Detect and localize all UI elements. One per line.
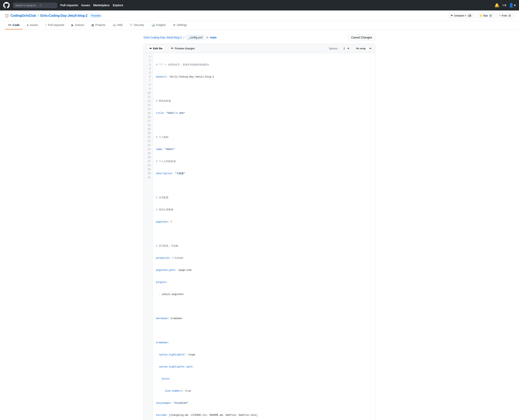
org-link[interactable]: CodingGirlsClub: [10, 14, 36, 17]
code-line-1: # "/" + 仓库的名字, 资源文件的路径组成部分: [156, 63, 372, 67]
issues-icon: ●: [27, 23, 28, 27]
code-line-18: paginate_path: /page:num/: [156, 268, 372, 272]
cancel-changes-button[interactable]: Cancel Changes: [348, 34, 375, 40]
code-line-13: # 每页文章数量: [156, 208, 372, 212]
edit-icon: ✏: [149, 47, 152, 50]
code-line-8: name: "Sddtc": [156, 147, 372, 151]
tab-insights[interactable]: 📊 Insights: [148, 21, 169, 30]
editor-container: ✏ Edit file 👁 Preview changes Spaces 2 4…: [144, 44, 375, 420]
settings-icon: ⚙: [173, 23, 176, 27]
github-logo[interactable]: [3, 2, 10, 8]
security-icon: 🛡: [130, 23, 133, 27]
star-button[interactable]: ⭐ Star 0: [476, 13, 495, 18]
tab-wiki-label: Wiki: [117, 23, 123, 27]
code-line-21: [156, 304, 372, 308]
tab-pull-requests[interactable]: ⑂ Pull requests: [42, 21, 67, 30]
spaces-label: Spaces: [329, 47, 338, 50]
code-content[interactable]: # "/" + 仓库的名字, 资源文件的路径组成部分 baseurl: /Gir…: [153, 53, 375, 420]
bell-icon[interactable]: 🔔: [494, 3, 499, 8]
search-box[interactable]: Search or jump to... /: [13, 3, 57, 8]
code-line-22: markdown: kramdown: [156, 316, 372, 321]
code-line-24: kramdown:: [156, 341, 372, 345]
actions-icon: ▶: [72, 23, 74, 27]
tab-projects[interactable]: ▦ Projects: [88, 21, 109, 30]
main-content: Girls-Coding-Day-Jekyll-blog-2 / _config…: [139, 30, 380, 420]
plus-icon[interactable]: +▾: [502, 3, 506, 8]
code-line-20: - jekyll-paginate: [156, 292, 372, 296]
user-avatar[interactable]: 👤▾: [509, 3, 516, 8]
in-label: in: [206, 36, 208, 39]
template-badge: Template: [89, 14, 103, 18]
tab-settings[interactable]: ⚙ Settings: [170, 21, 190, 30]
search-text: Search or jump to...: [15, 4, 38, 7]
code-line-15: [156, 232, 372, 236]
path-separator: /: [38, 14, 38, 17]
code-line-14: paginate: 9: [156, 220, 372, 224]
code-line-25: syntax_highlighter: rouge: [156, 353, 372, 357]
tab-security[interactable]: 🛡 Security: [127, 21, 147, 30]
preview-icon: 👁: [171, 47, 174, 50]
code-line-30: exclude: [changelog.md, LICENSE.txt, REA…: [156, 413, 372, 417]
top-nav-right: 🔔 +▾ 👤▾: [494, 3, 516, 8]
repo-link[interactable]: Girls-Coding-Day-Jekyll-blog-2: [40, 14, 88, 17]
code-line-28: line_numbers: true: [156, 389, 372, 393]
fork-count: 0: [508, 14, 512, 17]
repo-path-link[interactable]: Girls-Coding-Day-Jekyll-blog-2: [144, 36, 182, 39]
tab-security-label: Security: [134, 23, 144, 27]
tab-code-label: Code: [13, 23, 20, 27]
code-line-10: description: "子标题": [156, 172, 372, 176]
tab-projects-label: Projects: [95, 23, 105, 27]
code-editor: 1 2 3 4 5 6 7 8 9 10 11 12 13 14 15 16 1…: [144, 53, 375, 420]
nav-issues[interactable]: Issues: [81, 4, 90, 7]
tab-actions-label: Actions: [75, 23, 84, 27]
code-line-4: # 网页的标题: [156, 99, 372, 103]
tab-code[interactable]: <> Code: [5, 21, 23, 30]
edit-file-tab[interactable]: ✏ Edit file: [147, 45, 165, 51]
tab-actions[interactable]: ▶ Actions: [68, 21, 87, 30]
file-name: _config.yml: [186, 35, 205, 40]
branch-link[interactable]: main: [210, 36, 217, 39]
spaces-select[interactable]: 2 4 8: [341, 46, 350, 51]
fork-icon: ⑂: [499, 14, 501, 17]
nav-pull-requests[interactable]: Pull requests: [60, 4, 78, 7]
repo-header: 📋 CodingGirlsClub / Girls-Coding-Day-Jek…: [0, 10, 519, 21]
repo-actions: 👁 Unwatch ▾ 33 ⭐ Star 0 ⑂ Fork 0: [448, 13, 514, 18]
code-icon: <>: [8, 23, 11, 27]
edit-file-label: Edit file: [153, 47, 163, 50]
code-line-2: baseurl: /Girls-Coding-Day-Jekyll-blog-2: [156, 75, 372, 79]
file-path-bar: Girls-Coding-Day-Jekyll-blog-2 / _config…: [144, 34, 375, 40]
tab-issues-label: Issues: [30, 23, 38, 27]
pr-icon: ⑂: [45, 23, 47, 27]
star-label: Star: [483, 14, 488, 17]
code-line-12: # 分页配置: [156, 196, 372, 200]
code-line-19: plugins:: [156, 280, 372, 284]
unwatch-button[interactable]: 👁 Unwatch ▾ 33: [448, 13, 475, 18]
top-nav-links: Pull requests Issues Marketplace Explore: [60, 4, 123, 7]
wiki-icon: 📖: [113, 23, 116, 27]
code-line-27: block:: [156, 377, 372, 381]
top-navbar: Search or jump to... / Pull requests Iss…: [0, 0, 519, 10]
code-line-7: # 个人昵称: [156, 135, 372, 139]
star-count: 0: [489, 14, 493, 17]
projects-icon: ▦: [91, 23, 94, 27]
tab-wiki[interactable]: 📖 Wiki: [110, 21, 126, 30]
preview-changes-label: Preview changes: [175, 47, 195, 50]
code-line-9: # 个人介绍副标题: [156, 159, 372, 164]
code-line-16: # 其它配置，可忽略: [156, 244, 372, 248]
unwatch-label: Unwatch: [454, 14, 464, 17]
path-sep: /: [184, 36, 185, 39]
code-line-5: title: "Sddtc's web": [156, 111, 372, 115]
fork-button[interactable]: ⑂ Fork 0: [497, 13, 514, 18]
code-line-3: [156, 87, 372, 91]
nav-marketplace[interactable]: Marketplace: [93, 4, 110, 7]
nav-explore[interactable]: Explore: [113, 4, 123, 7]
tab-issues[interactable]: ● Issues: [23, 21, 41, 30]
unwatch-count: 33: [467, 14, 472, 17]
fork-label: Fork: [502, 14, 507, 17]
preview-changes-tab[interactable]: 👁 Preview changes: [168, 45, 197, 51]
code-line-6: [156, 123, 372, 127]
slash-badge: /: [39, 4, 42, 7]
wrap-select[interactable]: No wrap Soft wrap: [353, 46, 372, 51]
eye-icon: 👁: [451, 14, 453, 17]
code-line-23: [156, 329, 372, 333]
